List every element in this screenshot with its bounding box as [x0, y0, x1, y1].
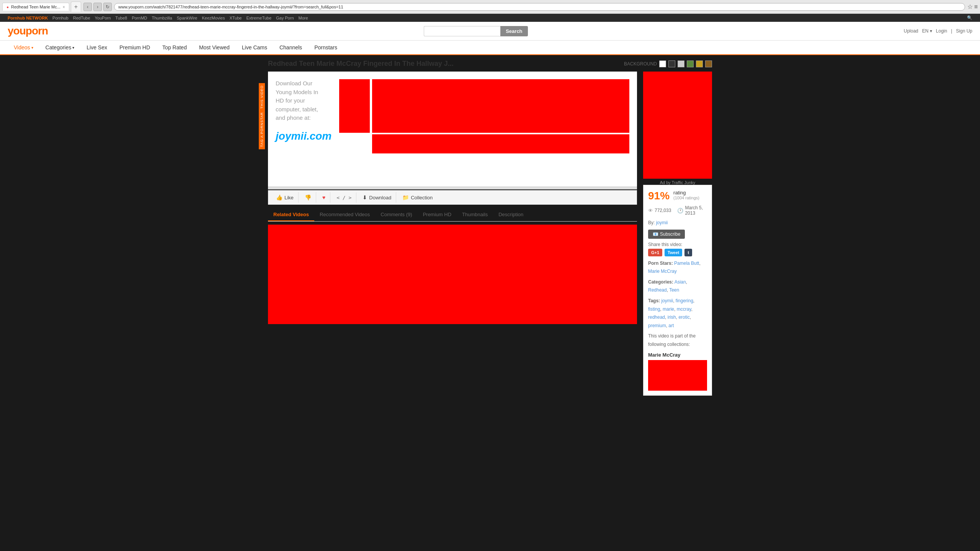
network-link-spankwire[interactable]: SpankWire	[177, 16, 198, 20]
active-tab[interactable]: ● Redhead Teen Marie Mc... ×	[2, 3, 69, 11]
video-title: Redhead Teen Marie McCray Fingered In Th…	[268, 60, 454, 68]
search-button[interactable]: Search	[500, 26, 528, 36]
page-content: Redhead Teen Marie McCray Fingered In Th…	[260, 55, 720, 400]
tab-premium-hd[interactable]: Premium HD	[418, 209, 457, 221]
pornstar-link-pamela[interactable]: Pamela Butt	[674, 261, 699, 266]
bg-swatch-gold[interactable]	[696, 60, 703, 67]
nav-videos[interactable]: Videos ▾	[8, 41, 39, 54]
category-link-redhead[interactable]: Redhead	[648, 287, 667, 293]
logo-porn: porn	[26, 25, 48, 37]
new-tab-btn[interactable]: +	[71, 2, 81, 12]
network-link-pornmd[interactable]: PornMD	[132, 16, 147, 20]
subscribe-button[interactable]: 📧 Subscribe	[648, 230, 685, 239]
tags-row: Tags: joymii, fingering, fisting, marie,…	[648, 297, 707, 330]
nav-channels[interactable]: Channels	[273, 41, 308, 54]
rating-label: rating	[673, 190, 699, 196]
share-tumblr-button[interactable]: t	[684, 249, 692, 256]
bg-swatch-dark[interactable]	[668, 60, 675, 67]
view-count-value: 772,033	[655, 208, 671, 213]
category-link-asian[interactable]: Asian	[675, 279, 686, 285]
bg-swatch-brown[interactable]	[705, 60, 712, 67]
bookmark-btn[interactable]: ☆	[967, 3, 973, 10]
tag-joymii[interactable]: joymii	[661, 298, 673, 303]
nav-categories[interactable]: Categories ▾	[39, 41, 81, 54]
collection-thumbnail[interactable]	[648, 360, 707, 391]
tab-description[interactable]: Description	[493, 209, 529, 221]
favorite-button[interactable]: ♥	[318, 192, 330, 203]
network-link-keezmovies[interactable]: KeezMovies	[202, 16, 225, 20]
network-link-more[interactable]: More	[299, 16, 308, 20]
related-video-thumbnail[interactable]	[268, 225, 637, 324]
network-link-extremetube[interactable]: ExtremeTube	[246, 16, 271, 20]
refresh-button[interactable]: ↻	[103, 3, 112, 11]
share-twitter-button[interactable]: Tweet	[665, 249, 682, 256]
download-button[interactable]: ⬇ Download	[358, 192, 396, 203]
network-link-gayporn[interactable]: Gay Porn	[276, 16, 294, 20]
tag-marie[interactable]: marie	[663, 306, 674, 312]
network-link-thumbzilla[interactable]: Thumbzilla	[152, 16, 172, 20]
network-link-redtube[interactable]: RedTube	[73, 16, 90, 20]
header-separator: |	[951, 28, 952, 34]
sidebar: Ad by Traffic Junky 91% rating (1004 rat…	[643, 72, 712, 396]
uploader-link[interactable]: joymii	[656, 220, 668, 225]
category-link-teen[interactable]: Teen	[669, 287, 679, 293]
pornstar-link-marie[interactable]: Marie McCray	[648, 269, 677, 274]
video-scrubber[interactable]	[268, 186, 637, 189]
tab-recommended-videos[interactable]: Recommended Videos	[314, 209, 375, 221]
download-label: Download	[369, 195, 391, 201]
dislike-button[interactable]: 👎	[300, 192, 316, 203]
tag-mccray[interactable]: mccray	[677, 306, 691, 312]
embed-button[interactable]: < / >	[332, 192, 356, 203]
site-logo[interactable]: youporn	[8, 25, 48, 37]
ad-domain[interactable]: joymii.com	[276, 130, 332, 142]
network-search-icon[interactable]: 🔍	[967, 15, 972, 20]
nav-live-cams[interactable]: Live Cams	[236, 41, 273, 54]
nav-live-sex[interactable]: Live Sex	[80, 41, 113, 54]
bg-swatch-white[interactable]	[659, 60, 666, 67]
signup-link[interactable]: Sign Up	[956, 28, 972, 34]
tab-related-videos[interactable]: Related Videos	[268, 209, 314, 221]
forward-button[interactable]: ›	[93, 3, 102, 11]
tab-thumbnails[interactable]: Thumbnails	[457, 209, 493, 221]
tag-fisting[interactable]: fisting	[648, 306, 660, 312]
nav-most-viewed[interactable]: Most Viewed	[193, 41, 236, 54]
tag-premium[interactable]: premium	[648, 323, 666, 328]
nav-premium-hd[interactable]: Premium HD	[113, 41, 156, 54]
tag-erotic[interactable]: erotic	[678, 315, 689, 320]
clock-icon: 🕐	[677, 208, 683, 214]
back-button[interactable]: ‹	[83, 3, 92, 11]
tab-comments[interactable]: Comments (9)	[375, 209, 417, 221]
tag-fingering[interactable]: fingering	[676, 298, 693, 303]
tab-close-btn[interactable]: ×	[63, 5, 65, 9]
browser-tabs: ● Redhead Teen Marie Mc... × +	[2, 2, 81, 12]
bg-swatch-green[interactable]	[687, 60, 694, 67]
network-link-pornhub[interactable]: Pornhub	[52, 16, 69, 20]
tag-pornstar-tab[interactable]: TAG A PORNSTAR	[259, 110, 265, 149]
like-button[interactable]: 👍 Like	[271, 192, 299, 203]
upload-link[interactable]: Upload	[904, 28, 918, 34]
search-input[interactable]	[424, 26, 500, 36]
bg-swatch-gray[interactable]	[678, 60, 684, 67]
view-count: 👁 772,033	[648, 205, 671, 216]
ad-red-block-main	[372, 79, 629, 133]
network-bar: Pornhub NETWORK Pornhub RedTube YouPorn …	[0, 14, 980, 22]
network-link-tube8[interactable]: Tube8	[115, 16, 127, 20]
video-player[interactable]: Download Our Young Models In HD for your…	[268, 72, 637, 189]
collection-button[interactable]: 📁 Collection	[398, 192, 437, 203]
address-bar[interactable]: www.youporn.com/watch/7821477/redhead-te…	[114, 3, 965, 11]
tag-art[interactable]: art	[668, 323, 674, 328]
network-link-youporn[interactable]: YouPorn	[95, 16, 111, 20]
nav-top-rated[interactable]: Top Rated	[156, 41, 193, 54]
nav-pornstars[interactable]: Pornstars	[308, 41, 343, 54]
rating-details: rating (1004 ratings)	[673, 190, 699, 200]
sidebar-ad-banner[interactable]	[643, 72, 712, 179]
tag-redhead[interactable]: redhead	[648, 315, 665, 320]
menu-btn[interactable]: ≡	[974, 3, 978, 10]
rating-row: 91% rating (1004 ratings)	[648, 190, 707, 202]
share-gplus-button[interactable]: G+1	[648, 249, 662, 256]
tag-irish[interactable]: irish	[668, 315, 676, 320]
language-selector[interactable]: EN ▾	[922, 28, 932, 34]
network-link-xtube[interactable]: XTube	[229, 16, 242, 20]
collection-icon: 📁	[402, 194, 409, 201]
login-link[interactable]: Login	[936, 28, 947, 34]
